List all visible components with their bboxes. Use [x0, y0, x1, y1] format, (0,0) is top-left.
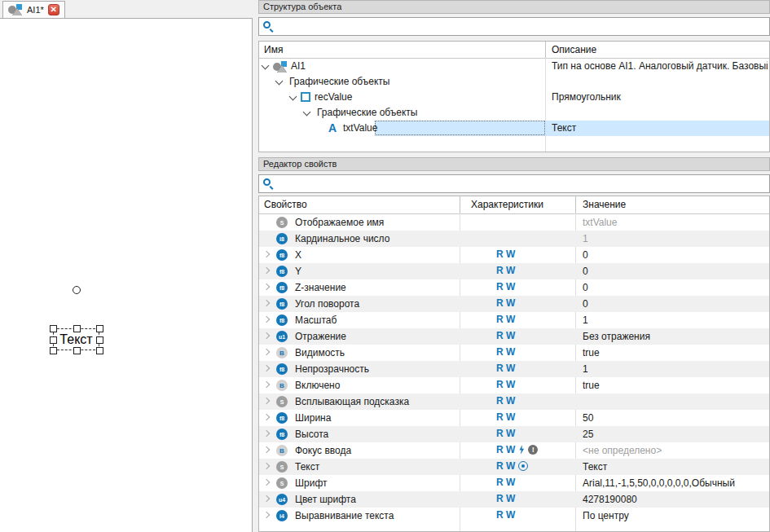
chevron-right-icon[interactable]: [263, 512, 270, 518]
property-value[interactable]: По центру: [583, 510, 629, 521]
property-name: Всплывающая подсказка: [295, 396, 409, 407]
property-value[interactable]: 1: [583, 314, 588, 326]
chevron-right-icon[interactable]: [263, 267, 270, 274]
selection-handle[interactable]: [50, 336, 57, 344]
tab-ai1[interactable]: AI1* ✕: [2, 1, 65, 18]
type-S-icon: S: [276, 396, 288, 407]
property-value[interactable]: 1: [583, 363, 588, 375]
chevron-right-icon[interactable]: [263, 365, 270, 372]
property-value[interactable]: 4278190080: [583, 494, 637, 505]
property-value[interactable]: 25: [583, 429, 593, 440]
property-value[interactable]: true: [583, 347, 600, 358]
read-write-flags: R W: [496, 379, 515, 390]
property-row-3[interactable]: f8XR W0: [259, 247, 769, 263]
chevron-right-icon[interactable]: [263, 446, 270, 453]
chevron-right-icon[interactable]: [263, 495, 270, 502]
selection-handle[interactable]: [96, 325, 103, 332]
tree-row-AI1[interactable]: AI1Тип на основе AI1. Аналоговый датчик.…: [259, 59, 769, 74]
property-value[interactable]: true: [583, 380, 600, 391]
chevron-right-icon[interactable]: [263, 479, 270, 486]
selection-handle[interactable]: [73, 325, 81, 332]
property-row-15[interactable]: BФокус вводаR W!<не определено>: [259, 442, 769, 459]
property-row-18[interactable]: u4Цвет шрифтаR W4278190080: [259, 491, 769, 508]
tree-row-Графические объекты[interactable]: Графические объекты: [259, 105, 769, 121]
read-write-flags: R W: [496, 460, 515, 472]
property-value[interactable]: 50: [583, 412, 593, 424]
property-value[interactable]: Arial,11,-1,5,50,0,0,0,0,0,Обычный: [583, 477, 735, 489]
property-row-8[interactable]: u1ОтражениеR WБез отражения: [259, 328, 769, 345]
property-value[interactable]: txtValue: [583, 217, 617, 228]
selection-handle[interactable]: [73, 347, 81, 354]
property-row-1[interactable]: SОтображаемое имяtxtValue: [259, 214, 769, 231]
graphics-canvas[interactable]: Текст: [0, 18, 253, 532]
properties-search-input[interactable]: [275, 175, 769, 192]
chevron-down-icon[interactable]: [262, 62, 270, 70]
property-row-7[interactable]: f8МасштабR W1: [259, 312, 769, 328]
property-value[interactable]: Текст: [583, 461, 607, 473]
selection-handle[interactable]: [96, 336, 103, 344]
chevron-right-icon[interactable]: [263, 463, 270, 469]
property-row-19[interactable]: i4Выравнивание текстаR WПо центру: [259, 508, 769, 524]
property-value[interactable]: 1: [583, 233, 588, 244]
type-f8-icon: f8: [276, 412, 288, 424]
tree-item-description: Тип на основе AI1. Аналоговый датчик. Ба…: [552, 60, 768, 72]
close-tab-icon[interactable]: ✕: [48, 4, 59, 15]
property-row-14[interactable]: f8ВысотаR W25: [259, 426, 769, 442]
property-row-13[interactable]: f8ШиринаR W50: [259, 410, 769, 426]
chevron-right-icon[interactable]: [263, 251, 270, 257]
focus-rect: [375, 121, 545, 135]
type-f8-icon: f8: [276, 282, 288, 293]
characteristics-cell: R W: [496, 493, 515, 504]
property-row-16[interactable]: SТекстR WТекст: [259, 459, 769, 475]
property-value[interactable]: 0: [583, 298, 588, 310]
property-row-10[interactable]: f8НепрозрачностьR W1: [259, 361, 769, 377]
column-header-characteristics[interactable]: Характеристики: [471, 196, 543, 210]
column-header-value[interactable]: Значение: [583, 196, 626, 210]
tree-row-txtValue[interactable]: AtxtValueТекст: [259, 121, 769, 136]
selection-handle[interactable]: [50, 347, 57, 354]
property-row-6[interactable]: f8Угол поворотаR W0: [259, 296, 769, 312]
column-header-description[interactable]: Описание: [552, 42, 596, 55]
chevron-right-icon[interactable]: [263, 284, 270, 290]
read-write-flags: R W: [496, 265, 515, 276]
property-value[interactable]: <не определено>: [583, 445, 662, 456]
selection-handle[interactable]: [50, 325, 57, 332]
rectangle-icon: [301, 92, 310, 102]
properties-search: [258, 174, 770, 193]
selected-text-object[interactable]: Текст: [53, 328, 99, 350]
structure-search-input[interactable]: [275, 18, 769, 35]
rotation-handle[interactable]: [73, 286, 81, 294]
chevron-right-icon[interactable]: [263, 316, 270, 323]
tree-row-Графические объекты[interactable]: Графические объекты: [259, 74, 769, 90]
selection-handle[interactable]: [96, 347, 103, 354]
property-value[interactable]: 0: [583, 266, 588, 277]
chevron-right-icon[interactable]: [263, 381, 270, 388]
chevron-right-icon[interactable]: [263, 414, 270, 420]
property-row-11[interactable]: BВключеноR Wtrue: [259, 377, 769, 394]
editor-tab-bar: AI1* ✕: [0, 0, 253, 18]
chevron-right-icon[interactable]: [263, 300, 270, 306]
column-header-property[interactable]: Свойство: [264, 196, 307, 210]
property-value[interactable]: 0: [583, 249, 588, 261]
property-name: Угол поворота: [295, 298, 359, 310]
property-row-2[interactable]: i8Кардинальное число1: [259, 231, 769, 247]
chevron-right-icon[interactable]: [263, 349, 270, 355]
property-value[interactable]: 0: [583, 282, 588, 293]
chevron-down-icon[interactable]: [289, 93, 297, 101]
type-f8-icon: f8: [276, 429, 288, 440]
tree-row-recValue[interactable]: recValueПрямоугольник: [259, 90, 769, 105]
characteristics-cell: R W: [496, 460, 528, 472]
type-f8-icon: f8: [276, 298, 288, 310]
chevron-right-icon[interactable]: [263, 430, 270, 437]
property-row-5[interactable]: f8Z-значениеR W0: [259, 279, 769, 296]
property-row-9[interactable]: BВидимостьR Wtrue: [259, 345, 769, 361]
chevron-down-icon[interactable]: [275, 77, 284, 86]
chevron-down-icon[interactable]: [303, 108, 311, 117]
chevron-right-icon[interactable]: [263, 332, 270, 339]
property-row-12[interactable]: SВсплывающая подсказкаR W: [259, 394, 769, 410]
property-row-4[interactable]: f8YR W0: [259, 263, 769, 279]
property-value[interactable]: Без отражения: [583, 331, 650, 342]
property-row-17[interactable]: SШрифтR WArial,11,-1,5,50,0,0,0,0,0,Обыч…: [259, 475, 769, 491]
chevron-right-icon[interactable]: [263, 398, 270, 404]
column-header-name[interactable]: Имя: [264, 42, 283, 55]
